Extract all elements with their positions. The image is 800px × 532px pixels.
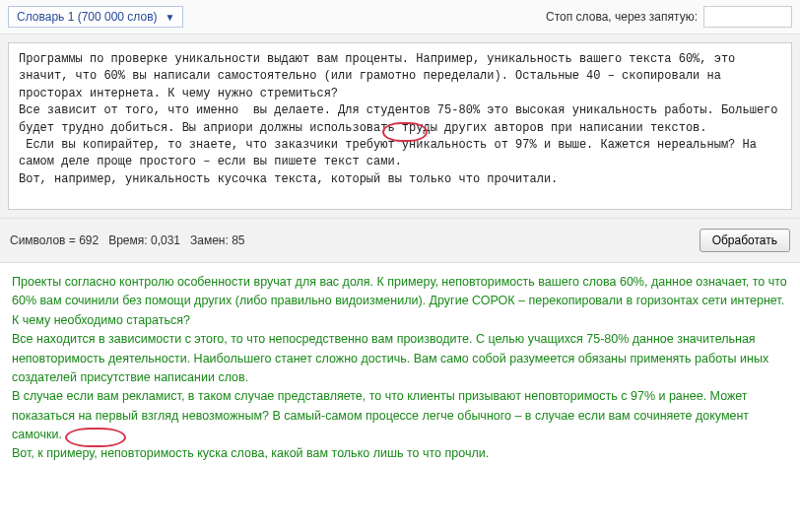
chevron-down-icon: ▼ xyxy=(166,12,175,23)
process-button[interactable]: Обработать xyxy=(700,229,790,252)
stats-text: Символов = 692 Время: 0,031 Замен: 85 xyxy=(10,233,245,247)
toolbar: Словарь 1 (700 000 слов) ▼ Стоп слова, ч… xyxy=(0,0,800,34)
dictionary-select[interactable]: Словарь 1 (700 000 слов) ▼ xyxy=(8,6,183,28)
output-text: Проекты согласно контролю особенности вр… xyxy=(12,273,788,464)
input-textarea[interactable]: Программы по проверке уникальности выдаю… xyxy=(8,42,792,210)
stop-words-label: Стоп слова, через запятую: xyxy=(546,10,698,24)
input-panel: Программы по проверке уникальности выдаю… xyxy=(0,34,800,218)
output-panel: Проекты согласно контролю особенности вр… xyxy=(0,262,800,484)
stats-row: Символов = 692 Время: 0,031 Замен: 85 Об… xyxy=(0,218,800,262)
stop-words-input[interactable] xyxy=(703,6,792,28)
dictionary-label: Словарь 1 (700 000 слов) xyxy=(17,10,158,24)
